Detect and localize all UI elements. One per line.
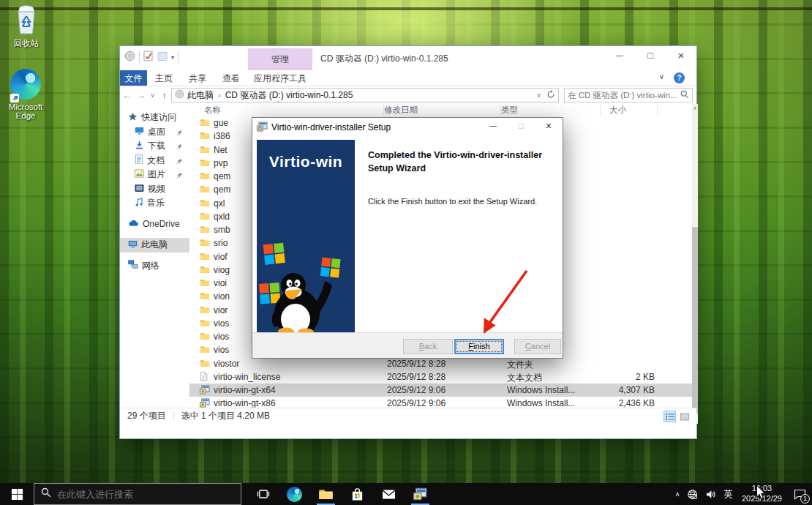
finish-button[interactable]: Finish [454, 339, 504, 354]
file-type: 文件夹 [507, 359, 533, 371]
explorer-titlebar: ▾ 管理 CD 驱动器 (D:) virtio-win-0.1.285 — □ … [120, 46, 696, 70]
tab-file[interactable]: 文件 [120, 70, 147, 86]
ribbon-collapse-icon[interactable]: ∨ [659, 72, 664, 81]
sidebar-item-star[interactable]: 快速访问 [120, 111, 189, 125]
pin-icon [176, 142, 183, 152]
back-icon[interactable]: ← [120, 90, 134, 101]
column-header-size[interactable]: 大小 [601, 105, 658, 116]
file-date: 2025/9/12 8:28 [387, 359, 446, 369]
sidebar-item-desktop[interactable]: 桌面 [120, 125, 189, 140]
file-name: Net [214, 145, 228, 155]
sidebar-item-network[interactable]: 网络 [120, 259, 189, 274]
folder-icon [200, 131, 210, 141]
sidebar-item-pictures[interactable]: 图片 [120, 168, 189, 182]
taskbar-installer-icon[interactable] [405, 483, 436, 505]
textfile-icon [200, 372, 210, 382]
file-size: 2 KB [555, 372, 655, 382]
folder-icon [200, 291, 210, 302]
sidebar-item-onedrive[interactable]: OneDrive [120, 217, 189, 232]
address-dropdown-icon[interactable]: ∨ [534, 91, 544, 99]
file-name: gue [214, 118, 228, 128]
tab-共享[interactable]: 共享 [181, 70, 214, 86]
tab-app-tools[interactable]: 应用程序工具 [248, 70, 312, 86]
column-header-type[interactable]: 类型 [501, 105, 601, 116]
properties-icon[interactable] [143, 50, 154, 64]
refresh-icon[interactable] [546, 90, 555, 101]
file-name: vioi [214, 278, 227, 288]
folder-icon [200, 252, 210, 262]
column-header-date[interactable]: 修改日期 [384, 105, 501, 116]
virtio-win-brand: Virtio-win [257, 153, 355, 171]
dialog-close-button[interactable]: × [535, 118, 563, 135]
folder-icon [200, 158, 210, 168]
cd-drive-icon [124, 50, 135, 64]
file-row[interactable]: virtio-win_license2025/9/12 8:28文本文档2 KB [189, 370, 692, 384]
scrollbar[interactable]: ∧ ∨ [692, 104, 698, 424]
msi-package-icon [257, 121, 268, 134]
hidden-icons-icon[interactable]: ∧ [672, 490, 684, 498]
dialog-minimize-button[interactable]: — [479, 118, 507, 135]
sidebar-item-pc[interactable]: 此电脑 [120, 238, 189, 252]
new-folder-icon[interactable] [157, 51, 168, 64]
file-name: virtio-win-gt-x64 [214, 385, 276, 395]
desktop-icon [135, 126, 144, 138]
up-icon[interactable]: ↑ [157, 90, 171, 101]
download-icon [135, 141, 144, 152]
address-bar[interactable]: 此电脑 › CD 驱动器 (D:) virtio-win-0.1.285 ∨ [171, 88, 559, 102]
folder-icon [200, 238, 210, 248]
dialog-maximize-button: □ [507, 118, 535, 135]
details-view-icon[interactable] [663, 411, 676, 422]
desktop-icon-recycle-bin[interactable]: 回收站 [4, 4, 48, 49]
close-button[interactable]: × [666, 46, 696, 67]
sidebar-item-document[interactable]: 文档 [120, 154, 189, 168]
ime-indicator[interactable]: 英 [720, 488, 737, 501]
sidebar-item-label: 音乐 [147, 197, 165, 209]
recent-locations-icon[interactable]: ∨ [148, 91, 157, 99]
explorer-search-input[interactable] [568, 91, 680, 100]
dialog-titlebar: Virtio-win-driver-installer Setup — □ × [252, 118, 563, 137]
taskbar-mail-icon[interactable] [373, 483, 405, 505]
breadcrumb-root[interactable]: 此电脑 [187, 89, 214, 102]
network-icon[interactable] [683, 489, 702, 500]
breadcrumb-current[interactable]: CD 驱动器 (D:) virtio-win-0.1.285 [225, 89, 353, 102]
sidebar-item-music[interactable]: 音乐 [120, 196, 189, 211]
window-title: CD 驱动器 (D:) virtio-win-0.1.285 [320, 53, 448, 65]
help-icon[interactable]: ? [674, 72, 685, 83]
scrollbar-thumb[interactable] [692, 227, 698, 414]
taskbar-search-input[interactable] [57, 489, 234, 500]
edge-label: Microsoft Edge [4, 102, 48, 120]
sidebar-item-download[interactable]: 下载 [120, 139, 189, 154]
tab-主页[interactable]: 主页 [147, 70, 181, 86]
explorer-search[interactable] [564, 88, 693, 102]
sidebar-item-videos[interactable]: 视频 [120, 182, 189, 197]
context-tab-group: 管理 [248, 48, 312, 70]
tray-clock[interactable]: 16:03 2025/12/29 [737, 484, 787, 504]
file-row[interactable]: viostor2025/9/12 8:28文件夹 [189, 357, 692, 370]
sidebar-item-label: 图片 [148, 168, 165, 181]
minimize-button[interactable]: — [604, 46, 635, 67]
scroll-up-icon[interactable]: ∧ [692, 105, 698, 111]
start-button[interactable] [0, 483, 34, 505]
pin-icon [176, 157, 183, 167]
file-row[interactable]: virtio-win-gt-x642025/9/12 9:06Windows I… [189, 384, 692, 397]
file-name: vios [214, 318, 229, 329]
taskbar-store-icon[interactable] [342, 483, 373, 505]
desktop: 回收站 ↗ Microsoft Edge ▾ 管理 CD 驱动器 (D:) vi… [0, 0, 812, 505]
qat-dropdown-icon[interactable]: ▾ [171, 54, 174, 61]
taskbar-explorer-icon[interactable] [310, 483, 342, 505]
file-name: smb [214, 225, 230, 235]
tab-查看[interactable]: 查看 [214, 70, 248, 86]
taskbar-search[interactable] [34, 483, 241, 505]
pc-icon [128, 239, 138, 251]
desktop-icon-edge[interactable]: ↗ Microsoft Edge [4, 68, 48, 120]
volume-icon[interactable] [702, 489, 720, 500]
taskbar-edge-icon[interactable] [279, 483, 310, 505]
column-header-name[interactable]: 名称 [204, 105, 384, 116]
file-type: 文本文档 [507, 372, 542, 384]
taskbar-task-view-icon[interactable] [247, 483, 279, 505]
maximize-button[interactable]: □ [635, 46, 666, 67]
forward-icon[interactable]: → [134, 90, 148, 101]
dialog-title: Virtio-win-driver-installer Setup [271, 122, 391, 132]
action-center-icon[interactable]: 1 [787, 483, 812, 505]
large-icons-view-icon[interactable] [678, 411, 691, 422]
